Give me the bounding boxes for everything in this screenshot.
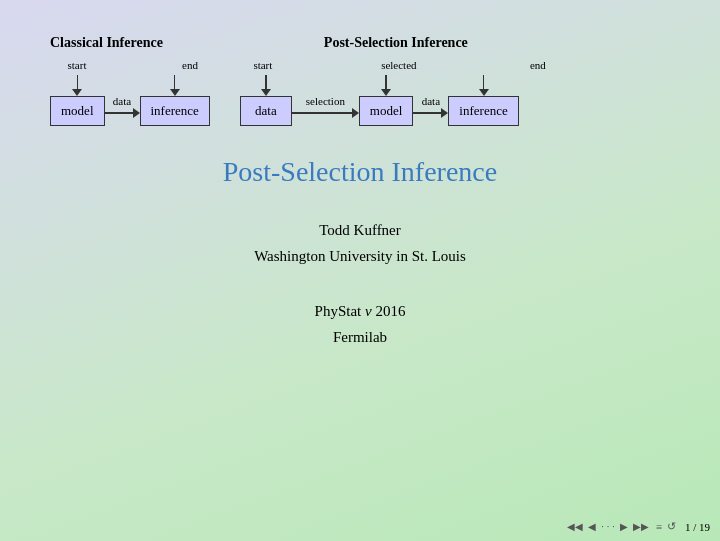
nav-dots-icon[interactable]: · (601, 521, 604, 532)
classical-section: Classical Inference start end (50, 35, 210, 126)
classical-end-label: end (182, 59, 198, 71)
page-number: 1 / 19 (685, 521, 710, 533)
nav-first-icon[interactable]: ◀◀ (567, 521, 583, 532)
nav-bar: ◀◀ ◀ · · · ▶ ▶▶ ≡ ↺ 1 / 19 (567, 520, 710, 533)
postsel-start-label: start (253, 59, 272, 71)
postsel-section: Post-Selection Inference start selected … (240, 35, 552, 126)
nav-expand-icon[interactable]: ≡ (656, 521, 662, 533)
author-name: Todd Kuffner (40, 218, 680, 244)
nav-dots3-icon[interactable]: · (612, 521, 615, 532)
slide-container: Classical Inference start end (0, 0, 720, 541)
classical-data-label: data (113, 95, 131, 107)
conference-line2: Fermilab (40, 325, 680, 351)
postsel-selected-label: selected (381, 59, 416, 71)
nav-dots2-icon[interactable]: · (607, 521, 610, 532)
classical-inference-box: inference (140, 96, 210, 126)
author-block: Todd Kuffner Washington University in St… (40, 218, 680, 269)
postsel-model-box: model (359, 96, 414, 126)
classical-title: Classical Inference (50, 35, 163, 51)
postsel-end-label: end (530, 59, 546, 71)
conference-block: PhyStat ν 2016 Fermilab (40, 299, 680, 350)
institution: Washington University in St. Louis (40, 244, 680, 270)
postsel-data-label2: data (422, 95, 440, 107)
classical-start-label: start (68, 59, 87, 71)
postsel-title: Post-Selection Inference (324, 35, 468, 51)
slide-title: Post-Selection Inference (40, 156, 680, 188)
classical-model-box: model (50, 96, 105, 126)
postsel-data-box: data (240, 96, 292, 126)
nav-refresh-icon[interactable]: ↺ (667, 520, 676, 533)
nav-next-icon[interactable]: ▶ (620, 521, 628, 532)
nav-prev-icon[interactable]: ◀ (588, 521, 596, 532)
conference-text1: PhyStat ν 2016 (315, 303, 406, 319)
postsel-selection-label: selection (306, 95, 345, 107)
conference-line1: PhyStat ν 2016 (40, 299, 680, 325)
nav-last-icon[interactable]: ▶▶ (633, 521, 649, 532)
postsel-inference-box: inference (448, 96, 518, 126)
main-content: Post-Selection Inference Todd Kuffner Wa… (40, 156, 680, 350)
